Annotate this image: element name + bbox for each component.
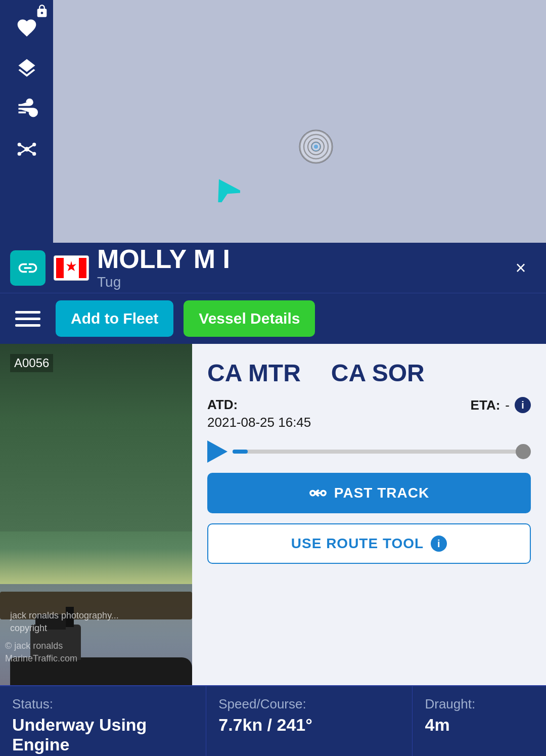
photo-caption-line1: jack ronalds photography... bbox=[10, 610, 119, 620]
draught-section: Draught: 4m bbox=[413, 686, 546, 756]
lock-icon bbox=[35, 4, 49, 20]
status-section: Status: Underway Using Engine bbox=[0, 686, 206, 756]
route-from: CA MTR bbox=[207, 359, 301, 387]
route-to: CA SOR bbox=[331, 359, 425, 387]
photo-credit-line2: MarineTraffic.com bbox=[5, 653, 77, 663]
progress-arrow bbox=[207, 440, 228, 463]
progress-track[interactable] bbox=[233, 450, 531, 454]
svg-rect-18 bbox=[56, 258, 64, 278]
eta-block: ETA: - i bbox=[471, 397, 531, 413]
vessel-arrow-marker bbox=[210, 177, 235, 197]
photo-watermark-code: A0056 bbox=[10, 354, 53, 372]
panel-header: MOLLY M I Tug × bbox=[0, 243, 546, 293]
photo-credit: © jack ronalds MarineTraffic.com bbox=[5, 640, 77, 665]
vessel-info-panel: CA MTR CA SOR ATD: 2021-08-25 16:45 ETA:… bbox=[192, 344, 546, 685]
route-header: CA MTR CA SOR bbox=[207, 359, 531, 387]
use-route-tool-button[interactable]: USE ROUTE TOOL i bbox=[207, 523, 531, 564]
svg-rect-19 bbox=[79, 258, 86, 278]
action-bar: Add to Fleet Vessel Details bbox=[0, 293, 546, 344]
atd-value: 2021-08-25 16:45 bbox=[207, 415, 311, 430]
vessel-panel: MOLLY M I Tug × Add to Fleet Vessel Deta… bbox=[0, 243, 546, 756]
vessel-type: Tug bbox=[97, 274, 506, 290]
photo-credit-line1: © jack ronalds bbox=[5, 641, 63, 651]
layers-icon[interactable] bbox=[7, 51, 47, 86]
speed-label: Speed/Course: bbox=[218, 696, 400, 712]
wind-icon[interactable] bbox=[7, 91, 47, 126]
eta-info-icon[interactable]: i bbox=[515, 397, 531, 413]
vessel-target-icon bbox=[298, 129, 334, 164]
svg-line-8 bbox=[27, 149, 34, 154]
atd-eta-section: ATD: 2021-08-25 16:45 ETA: - i bbox=[207, 397, 531, 430]
progress-thumb[interactable] bbox=[516, 444, 531, 459]
route-tool-info-icon[interactable]: i bbox=[431, 536, 447, 552]
svg-line-5 bbox=[19, 145, 27, 149]
sidebar bbox=[0, 0, 53, 243]
vessel-details-button[interactable]: Vessel Details bbox=[184, 300, 315, 337]
atd-block: ATD: 2021-08-25 16:45 bbox=[207, 397, 311, 430]
status-label: Status: bbox=[12, 696, 194, 712]
route-codes: CA MTR CA SOR bbox=[207, 359, 425, 387]
speed-section: Speed/Course: 7.7kn / 241° bbox=[206, 686, 413, 756]
status-value: Underway Using Engine bbox=[12, 715, 194, 754]
add-to-fleet-button[interactable]: Add to Fleet bbox=[56, 300, 173, 337]
svg-point-22 bbox=[321, 491, 326, 496]
vessel-name-section: MOLLY M I Tug bbox=[97, 246, 506, 290]
hamburger-line-2 bbox=[15, 318, 40, 320]
link-icon[interactable] bbox=[10, 250, 46, 286]
map-area[interactable] bbox=[0, 0, 546, 243]
svg-marker-16 bbox=[210, 177, 240, 202]
photo-caption-line2: copyright bbox=[10, 623, 47, 633]
close-button[interactable]: × bbox=[506, 253, 536, 283]
speed-value: 7.7kn / 241° bbox=[218, 715, 400, 735]
progress-row bbox=[207, 440, 531, 463]
status-bar: Status: Underway Using Engine Speed/Cour… bbox=[0, 685, 546, 756]
menu-button[interactable] bbox=[10, 301, 46, 336]
atd-label: ATD: bbox=[207, 397, 311, 413]
svg-point-15 bbox=[299, 130, 333, 163]
past-track-label: PAST TRACK bbox=[334, 485, 429, 501]
content-area: A0056 jack ronalds photography... copyri… bbox=[0, 344, 546, 685]
photo-caption: jack ronalds photography... copyright bbox=[10, 609, 119, 635]
past-track-button[interactable]: PAST TRACK bbox=[207, 473, 531, 513]
svg-line-6 bbox=[27, 145, 34, 149]
svg-point-21 bbox=[310, 491, 315, 496]
eta-label: ETA: bbox=[471, 397, 500, 413]
draught-label: Draught: bbox=[425, 696, 534, 712]
eta-value: - bbox=[505, 397, 510, 413]
hamburger-line-1 bbox=[15, 311, 40, 314]
vessel-photo: A0056 jack ronalds photography... copyri… bbox=[0, 344, 192, 685]
vessel-name: MOLLY M I bbox=[97, 246, 506, 272]
use-route-tool-label: USE ROUTE TOOL bbox=[291, 536, 424, 552]
past-track-icon bbox=[309, 484, 327, 502]
svg-line-7 bbox=[19, 149, 27, 154]
hamburger-line-3 bbox=[15, 324, 40, 327]
canadian-flag bbox=[54, 255, 89, 281]
draught-value: 4m bbox=[425, 715, 534, 735]
network-icon[interactable] bbox=[7, 131, 47, 167]
progress-fill bbox=[233, 450, 248, 454]
map-content[interactable] bbox=[53, 0, 546, 243]
photo-background: A0056 jack ronalds photography... copyri… bbox=[0, 344, 192, 685]
